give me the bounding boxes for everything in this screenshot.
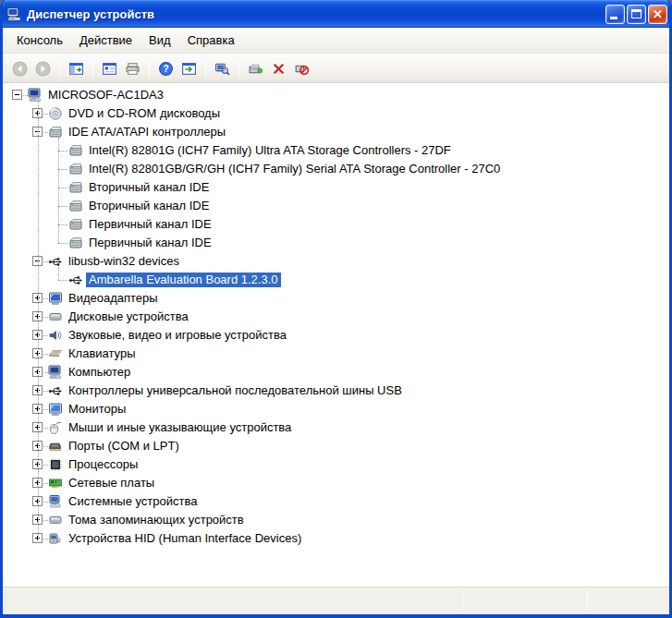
- title-bar[interactable]: Диспетчер устройств ✕: [0, 0, 672, 28]
- collapse-minus-icon[interactable]: [12, 90, 22, 100]
- tree-node-row[interactable]: Видеоадаптеры: [3, 289, 669, 308]
- tree-node-row[interactable]: Порты (COM и LPT): [3, 437, 669, 455]
- tree-node-row[interactable]: Дисковые устройства: [3, 308, 669, 326]
- tree-node-label[interactable]: Клавиатуры: [66, 346, 139, 361]
- back-icon: [12, 61, 28, 77]
- tree-node-label[interactable]: Мониторы: [66, 402, 128, 417]
- tree-node-row[interactable]: Мыши и иные указывающие устройства: [3, 418, 669, 437]
- uninstall-button[interactable]: [267, 57, 289, 79]
- tree-node-label[interactable]: IDE ATA/ATAPI контроллеры: [66, 125, 228, 139]
- print-button[interactable]: [121, 57, 143, 79]
- tree-node-label[interactable]: Звуковые, видео и игровые устройства: [66, 328, 289, 343]
- tree-node-row[interactable]: Ambarella Evaluation Board 1.2.3.0: [3, 271, 669, 289]
- tree-node-row[interactable]: Клавиатуры: [3, 345, 669, 363]
- keyboard-icon: [48, 346, 63, 361]
- tree-node-row[interactable]: Вторичный канал IDE: [3, 197, 669, 215]
- tree-node-label[interactable]: MICROSOF-AC1DA3: [45, 88, 166, 103]
- tree-node-label[interactable]: DVD и CD-ROM дисководы: [66, 106, 223, 121]
- show-console-tree-button[interactable]: [65, 57, 87, 79]
- export-list-icon: [181, 61, 197, 77]
- tree-node-row[interactable]: Мониторы: [3, 400, 669, 418]
- tree-node-label[interactable]: Дисковые устройства: [66, 309, 191, 324]
- update-driver-button[interactable]: [244, 57, 266, 79]
- toolbar: ?: [3, 55, 669, 83]
- tree-node-label[interactable]: Тома запоминающих устройств: [66, 513, 247, 527]
- sound-icon: [48, 328, 63, 343]
- tree-connector: [58, 151, 67, 151]
- menu-item-help[interactable]: Справка: [179, 30, 243, 50]
- tree-node-row[interactable]: Звуковые, видео и игровые устройства: [3, 326, 669, 345]
- tree-node-row[interactable]: Процессоры: [3, 455, 669, 474]
- tree-node-label[interactable]: Системные устройства: [66, 494, 200, 509]
- tree-node-label[interactable]: Компьютер: [66, 365, 133, 380]
- disk-drive-icon: [48, 309, 63, 324]
- device-manager-window: Диспетчер устройств ✕ КонсольДействиеВид…: [0, 0, 672, 618]
- properties-button[interactable]: [98, 57, 120, 79]
- tree-node-row[interactable]: Контроллеры универсальной последовательн…: [3, 382, 669, 400]
- export-list-button[interactable]: [177, 57, 200, 79]
- device-manager-app-icon: [6, 6, 22, 22]
- system-devices-icon: [48, 494, 63, 509]
- tree-trunk-line: [58, 138, 59, 243]
- ide-controller-icon: [68, 217, 83, 232]
- tree-node-label-selected[interactable]: Ambarella Evaluation Board 1.2.3.0: [86, 273, 281, 287]
- tree-node-label[interactable]: Первичный канал IDE: [86, 217, 214, 232]
- tree-node-row[interactable]: Системные устройства: [3, 492, 669, 511]
- tree-connector: [58, 224, 67, 225]
- tree-node-label[interactable]: Сетевые платы: [66, 476, 157, 491]
- help-button[interactable]: ?: [154, 57, 177, 79]
- menu-item-view[interactable]: Вид: [141, 30, 179, 50]
- tree-node-label[interactable]: Процессоры: [66, 457, 141, 472]
- toolbar-separator: [149, 59, 150, 78]
- tree-node-row[interactable]: Устройства HID (Human Interface Devices): [3, 529, 669, 548]
- close-button[interactable]: ✕: [648, 5, 667, 24]
- disable-button[interactable]: [290, 57, 312, 79]
- usb-icon: [68, 273, 83, 287]
- usb-icon: [48, 383, 63, 398]
- tree-node-label[interactable]: Видеоадаптеры: [66, 291, 161, 306]
- tree-node-label[interactable]: Порты (COM и LPT): [66, 439, 182, 454]
- tree-node-label[interactable]: libusb-win32 devices: [66, 254, 182, 269]
- tree-connector: [58, 243, 67, 244]
- maximize-button[interactable]: [627, 5, 646, 24]
- scan-hardware-changes-button[interactable]: [211, 57, 233, 79]
- device-tree: MICROSOF-AC1DA3DVD и CD-ROM дисководыIDE…: [3, 83, 669, 587]
- menu-item-console[interactable]: Консоль: [8, 30, 71, 50]
- computer-icon: [28, 88, 43, 103]
- tree-node-row[interactable]: DVD и CD-ROM дисководы: [3, 104, 669, 123]
- close-icon: ✕: [653, 8, 663, 20]
- tree-node-label[interactable]: Мыши и иные указывающие устройства: [66, 420, 294, 435]
- tree-node-row[interactable]: Тома запоминающих устройств: [3, 511, 669, 529]
- tree-node-label[interactable]: Вторичный канал IDE: [86, 180, 212, 195]
- svg-text:?: ?: [163, 63, 168, 73]
- tree-node-label[interactable]: Intel(R) 82801G (ICH7 Family) Ultra ATA …: [86, 143, 454, 158]
- tree-connector: [58, 206, 67, 207]
- ide-controller-icon: [68, 143, 83, 158]
- tree-node-label[interactable]: Intel(R) 82801GB/GR/GH (ICH7 Family) Ser…: [86, 162, 503, 176]
- update-driver-icon: [248, 61, 263, 77]
- tree-node-row[interactable]: Компьютер: [3, 363, 669, 382]
- mouse-icon: [48, 420, 63, 435]
- minimize-icon: [610, 17, 617, 19]
- tree-node-label[interactable]: Контроллеры универсальной последовательн…: [66, 383, 405, 398]
- tree-node-row[interactable]: libusb-win32 devices: [3, 252, 669, 271]
- tree-node-label[interactable]: Устройства HID (Human Interface Devices): [66, 531, 304, 546]
- tree-node-label[interactable]: Первичный канал IDE: [86, 236, 214, 250]
- tree-node-row[interactable]: Вторичный канал IDE: [3, 178, 669, 197]
- printer-icon: [125, 61, 141, 77]
- disable-icon: [294, 61, 310, 77]
- tree-node-row[interactable]: Intel(R) 82801GB/GR/GH (ICH7 Family) Ser…: [3, 160, 669, 178]
- menu-item-action[interactable]: Действие: [71, 30, 141, 50]
- tree-node-row[interactable]: Первичный канал IDE: [3, 215, 669, 234]
- minimize-button[interactable]: [605, 5, 625, 24]
- tree-node-row[interactable]: IDE ATA/ATAPI контроллеры: [3, 123, 669, 141]
- status-bar-separator: [587, 591, 588, 611]
- computer-icon: [48, 365, 63, 380]
- tree-node-row[interactable]: MICROSOF-AC1DA3: [3, 86, 669, 104]
- tree-trunk-line: [58, 267, 59, 280]
- tree-node-row[interactable]: Первичный канал IDE: [3, 234, 669, 252]
- tree-node-row[interactable]: Intel(R) 82801G (ICH7 Family) Ultra ATA …: [3, 141, 669, 160]
- ide-controller-icon: [68, 180, 83, 195]
- tree-node-label[interactable]: Вторичный канал IDE: [86, 199, 212, 213]
- tree-node-row[interactable]: Сетевые платы: [3, 474, 669, 492]
